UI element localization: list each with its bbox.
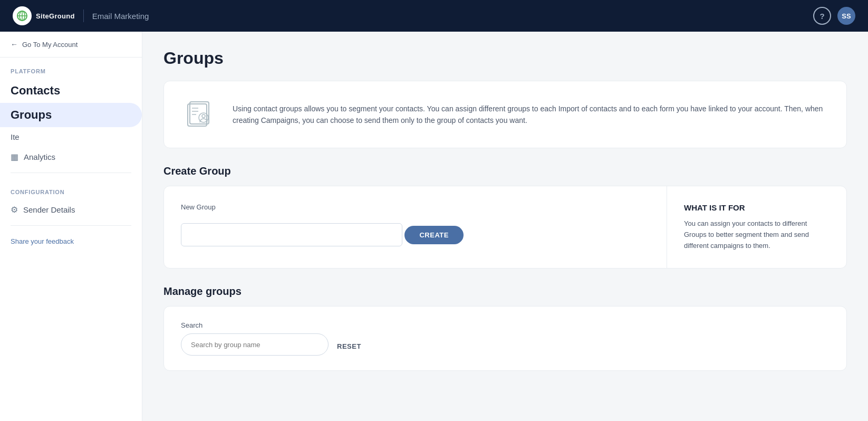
new-group-input[interactable] <box>181 223 402 246</box>
sender-details-label: Sender Details <box>23 205 75 214</box>
help-button[interactable]: ? <box>813 7 831 25</box>
platform-section-label: PLATFORM <box>0 58 142 79</box>
what-title: WHAT IS IT FOR <box>684 203 830 212</box>
manage-section-title: Manage groups <box>163 285 847 298</box>
logo-text: SiteGround <box>36 12 75 20</box>
what-text: You can assign your contacts to differen… <box>684 218 830 251</box>
navbar-divider <box>83 9 84 22</box>
sidebar-item-contacts[interactable]: Contacts <box>0 79 142 103</box>
reset-button[interactable]: RESET <box>337 337 361 356</box>
page-title: Groups <box>163 49 847 68</box>
app-name: Email Marketing <box>92 12 149 21</box>
manage-groups-card: Search RESET <box>163 306 847 371</box>
create-group-card: New Group CREATE WHAT IS IT FOR You can … <box>163 186 847 269</box>
search-label: Search <box>181 321 329 329</box>
svg-point-8 <box>202 114 205 118</box>
navbar-left: SiteGround Email Marketing <box>13 6 149 25</box>
back-link[interactable]: ← Go To My Account <box>0 32 142 58</box>
search-input[interactable] <box>181 333 329 356</box>
analytics-icon: ▦ <box>11 152 18 162</box>
svg-rect-6 <box>190 102 209 124</box>
search-field-wrap: Search <box>181 321 329 356</box>
ite-label: Ite <box>11 132 20 141</box>
sidebar: ← Go To My Account PLATFORM Contacts Gro… <box>0 32 142 421</box>
navbar-right: ? SS <box>813 7 855 25</box>
info-card-text: Using contact groups allows you to segme… <box>233 103 830 127</box>
sidebar-divider <box>11 173 131 173</box>
back-arrow-icon: ← <box>11 40 18 49</box>
logo[interactable]: SiteGround <box>13 6 75 25</box>
feedback-label: Share your feedback <box>11 237 74 245</box>
avatar[interactable]: SS <box>837 7 855 25</box>
feedback-link[interactable]: Share your feedback <box>0 231 142 252</box>
sidebar-item-groups[interactable]: Groups <box>0 103 142 127</box>
groups-icon <box>181 96 218 133</box>
new-group-label: New Group <box>181 203 650 211</box>
sidebar-item-sender-details[interactable]: ⚙ Sender Details <box>0 199 142 220</box>
analytics-label: Analytics <box>24 152 55 161</box>
sidebar-bottom-divider <box>11 225 131 226</box>
search-row: Search RESET <box>181 321 830 356</box>
gear-icon: ⚙ <box>11 205 18 215</box>
main-layout: ← Go To My Account PLATFORM Contacts Gro… <box>0 32 868 421</box>
create-button[interactable]: CREATE <box>404 226 463 244</box>
content-area: Groups Using contact groups allows you t… <box>142 32 868 421</box>
what-is-it-for-panel: WHAT IS IT FOR You can assign your conta… <box>667 186 846 268</box>
sidebar-item-analytics[interactable]: ▦ Analytics <box>0 147 142 167</box>
siteground-logo-icon <box>13 6 32 25</box>
contacts-label: Contacts <box>11 84 60 98</box>
sidebar-item-ite[interactable]: Ite <box>0 127 142 147</box>
configuration-section-label: CONFIGURATION <box>0 178 142 199</box>
create-group-form: New Group CREATE <box>164 186 667 268</box>
navbar: SiteGround Email Marketing ? SS <box>0 0 868 32</box>
groups-label: Groups <box>11 108 52 122</box>
create-section-title: Create Group <box>163 165 847 177</box>
info-card: Using contact groups allows you to segme… <box>163 81 847 148</box>
back-link-label: Go To My Account <box>22 41 78 49</box>
